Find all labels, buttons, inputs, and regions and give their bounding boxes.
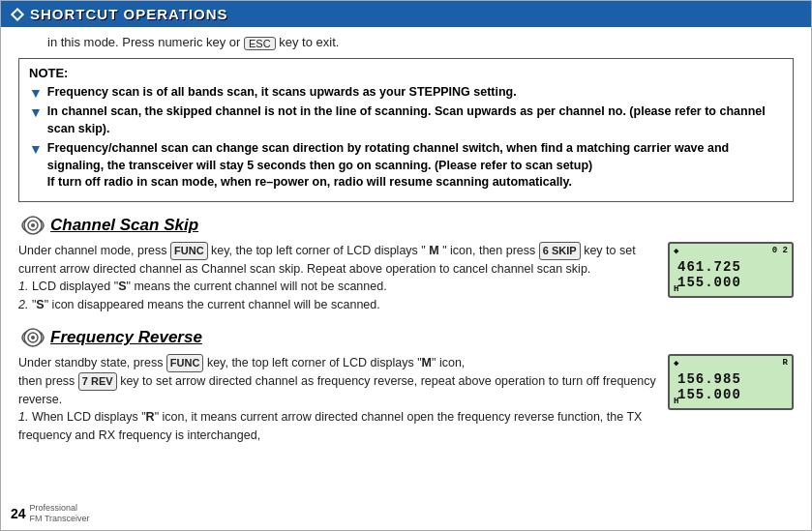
- lcd-bottom-freq: H: [674, 397, 678, 406]
- antenna-icon-2: [18, 326, 47, 349]
- note-item-1: ▼ Frequency scan is of all bands scan, i…: [29, 84, 783, 102]
- lcd-line1-freq: 156.985: [677, 371, 784, 387]
- lcd-arrow-left: ◆: [674, 246, 678, 256]
- page-header: SHORTCUT OPERATIONS: [1, 1, 811, 27]
- note-arrow-3: ▼: [29, 141, 43, 157]
- channel-scan-heading: Channel Scan Skip: [18, 214, 794, 237]
- note-text-2: In channel scan, the skipped channel is …: [47, 103, 783, 137]
- note-item-2: ▼ In channel scan, the skipped channel i…: [29, 103, 783, 137]
- frequency-reverse-heading: Frequency Reverse: [18, 326, 794, 349]
- note-arrow-2: ▼: [29, 104, 43, 120]
- lcd-arrow-left-2: ◆: [674, 358, 678, 369]
- channel-scan-item1: 1. LCD displayed "S" means the current c…: [18, 280, 387, 293]
- lcd-top-right-freq: R: [783, 358, 788, 368]
- rev-key: 7 REV: [78, 372, 117, 391]
- skip-key: 6 SKIP: [539, 242, 581, 260]
- freq-reverse-item1: 1. When LCD displays "R" icon, it means …: [18, 410, 642, 442]
- esc-key: ESC: [244, 37, 276, 50]
- antenna-icon: [18, 214, 47, 237]
- page-footer: 24 Professional FM Transceiver: [11, 503, 90, 524]
- func-key-1: FUNC: [170, 242, 208, 260]
- frequency-reverse-text: Under standby state, press FUNC key, the…: [18, 354, 658, 445]
- lcd-line2-freq: 155.000: [677, 387, 784, 402]
- svg-point-5: [31, 336, 35, 339]
- lcd-bottom-channel: H: [674, 284, 678, 294]
- channel-scan-text: Under channel mode, press FUNC key, the …: [18, 242, 658, 314]
- func-key-2: FUNC: [166, 354, 204, 372]
- lcd-top-right-channel: 0 2: [772, 246, 788, 255]
- note-text-3: Frequency/channel scan can change scan d…: [47, 140, 783, 192]
- lcd-line1-channel: 461.725: [677, 259, 784, 275]
- page-number: 24: [11, 506, 26, 521]
- note-text-1: Frequency scan is of all bands scan, it …: [47, 84, 517, 102]
- svg-point-2: [31, 223, 35, 227]
- frequency-reverse-title: Frequency Reverse: [50, 328, 202, 347]
- main-content: in this mode. Press numeric key or ESC k…: [1, 27, 811, 462]
- header-diamond-icon: [11, 7, 24, 20]
- frequency-reverse-body: Under standby state, press FUNC key, the…: [18, 354, 794, 445]
- channel-scan-lcd: ◆ 0 2 461.725 155.000 H: [668, 242, 794, 298]
- channel-scan-section: Channel Scan Skip Under channel mode, pr…: [18, 214, 794, 314]
- note-item-3: ▼ Frequency/channel scan can change scan…: [29, 140, 783, 192]
- note-box: NOTE: ▼ Frequency scan is of all bands s…: [18, 58, 794, 202]
- channel-scan-item2: 2. "S" icon disappeared means the curren…: [18, 298, 380, 311]
- frequency-reverse-lcd: ◆ R 156.985 155.000 H: [668, 354, 794, 410]
- lcd-line2-channel: 155.000: [677, 275, 784, 290]
- footer-label: Professional FM Transceiver: [30, 503, 90, 524]
- channel-scan-body: Under channel mode, press FUNC key, the …: [18, 242, 794, 314]
- note-title: NOTE:: [29, 66, 783, 80]
- frequency-reverse-section: Frequency Reverse Under standby state, p…: [18, 326, 794, 445]
- page-title: SHORTCUT OPERATIONS: [30, 6, 228, 22]
- page-wrapper: SHORTCUT OPERATIONS in this mode. Press …: [0, 0, 812, 531]
- note-arrow-1: ▼: [29, 85, 43, 101]
- channel-scan-skip-title: Channel Scan Skip: [50, 216, 198, 235]
- intro-text: in this mode. Press numeric key or ESC k…: [18, 35, 794, 50]
